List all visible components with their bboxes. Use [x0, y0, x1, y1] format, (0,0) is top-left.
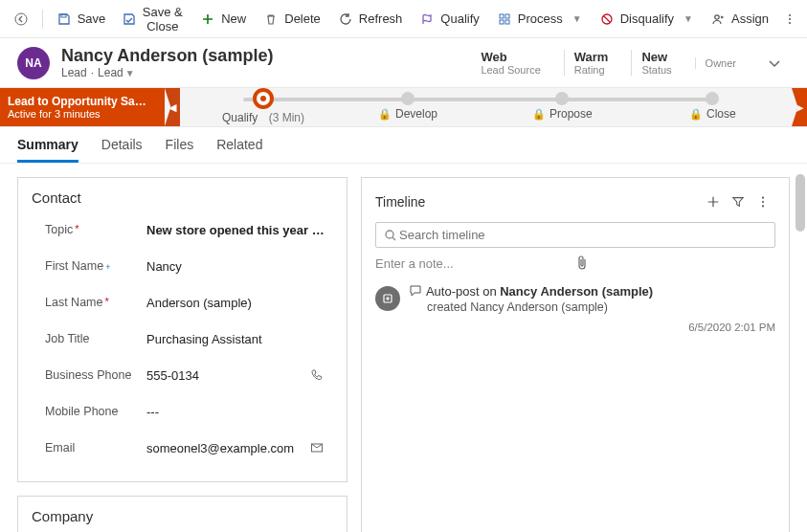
refresh-label: Refresh	[359, 11, 403, 26]
field-firstname[interactable]: First Name+ Nancy	[32, 248, 333, 284]
timeline-item-subtitle: created Nancy Anderson (sample)	[410, 300, 775, 314]
svg-point-8	[789, 14, 791, 16]
svg-point-10	[789, 22, 791, 24]
save-label: Save	[78, 11, 106, 26]
timeline-filter-button[interactable]	[726, 189, 751, 214]
overflow-button[interactable]	[778, 6, 801, 33]
lock-icon: 🔒	[378, 108, 392, 121]
save-button[interactable]: Save	[49, 6, 114, 33]
svg-rect-3	[505, 14, 509, 18]
stage-duration: (3 Min)	[269, 111, 304, 124]
field-value: someonel3@example.com	[146, 441, 310, 455]
post-icon	[410, 285, 423, 297]
disqualify-button[interactable]: Disqualify▼	[592, 6, 701, 33]
header-field-status[interactable]: NewStatus	[631, 50, 681, 76]
stage-label: Qualify	[222, 111, 258, 124]
bpf-stage-qualify[interactable]: Qualify (3 Min)	[222, 88, 304, 126]
disqualify-icon	[599, 11, 615, 27]
bpf-name: Lead to Opportunity Sale...	[8, 95, 147, 108]
dot-separator: ·	[91, 66, 94, 79]
timeline-note-entry[interactable]: Enter a note...	[375, 255, 775, 271]
save-close-button[interactable]: Save & Close	[115, 0, 191, 39]
bpf-stage-develop[interactable]: 🔒Develop	[378, 88, 437, 126]
header-field-value: Warm	[574, 50, 609, 64]
header-field-rating[interactable]: WarmRating	[564, 50, 618, 76]
timeline-item[interactable]: Auto-post on Nancy Anderson (sample) cre…	[375, 284, 775, 333]
qualify-button[interactable]: Qualify	[412, 6, 486, 33]
new-button[interactable]: New	[192, 6, 254, 33]
field-lastname[interactable]: Last Name* Anderson (sample)	[32, 284, 333, 321]
separator	[42, 10, 43, 29]
command-bar: Save Save & Close New Delete Refresh Qua…	[0, 0, 807, 38]
field-value: New store opened this year - f...	[146, 223, 333, 237]
autopost-icon	[375, 286, 400, 311]
email-icon[interactable]	[310, 441, 333, 454]
field-label: Topic	[45, 223, 73, 236]
header-field-label: Status	[641, 64, 671, 76]
svg-point-7	[715, 14, 719, 18]
field-jobtitle[interactable]: Job Title Purchasing Assistant	[32, 321, 333, 357]
field-businessphone[interactable]: Business Phone 555-0134	[32, 357, 333, 393]
tab-files[interactable]: Files	[166, 137, 194, 163]
field-label: Email	[45, 441, 75, 454]
qualify-icon	[419, 11, 435, 27]
field-label: First Name	[45, 259, 103, 273]
header-field-owner[interactable]: Owner	[695, 57, 746, 69]
back-button[interactable]	[6, 6, 36, 33]
lock-icon: 🔒	[689, 108, 703, 121]
plus-icon	[200, 11, 215, 27]
tab-summary[interactable]: Summary	[17, 137, 78, 163]
timeline-more-button[interactable]	[751, 189, 775, 214]
stage-label: Propose	[549, 107, 593, 121]
header-field-label: Rating	[574, 64, 609, 76]
chevron-down-icon: ▼	[125, 68, 135, 78]
timeline-search[interactable]	[375, 222, 775, 248]
tab-related[interactable]: Related	[216, 137, 262, 163]
assign-button[interactable]: Assign	[703, 6, 776, 33]
section-title: Contact	[32, 189, 333, 206]
svg-point-14	[762, 205, 764, 207]
stage-dot	[401, 92, 415, 105]
form-tabs: Summary Details Files Related	[0, 127, 807, 164]
field-value: Purchasing Assistant	[146, 332, 333, 346]
timeline-search-input[interactable]	[397, 227, 767, 243]
field-mobilephone[interactable]: Mobile Phone ---	[32, 393, 333, 430]
scrollbar-thumb[interactable]	[796, 174, 805, 232]
tab-details[interactable]: Details	[101, 137, 143, 163]
header-field-value: New	[641, 50, 671, 64]
refresh-button[interactable]: Refresh	[330, 6, 411, 33]
timeline-add-button[interactable]	[701, 189, 726, 214]
section-title: Company	[32, 508, 333, 524]
required-indicator: *	[75, 223, 78, 234]
entity-label: Lead	[61, 66, 87, 79]
field-email[interactable]: Email someonel3@example.com	[32, 430, 333, 466]
stage-dot	[706, 92, 719, 105]
record-subtitle: Lead · Lead▼	[61, 66, 460, 79]
save-close-label: Save & Close	[142, 5, 183, 33]
form-selector[interactable]: Lead▼	[98, 66, 135, 79]
svg-rect-4	[500, 20, 504, 24]
avatar: NA	[17, 47, 50, 79]
bpf-flag[interactable]: Lead to Opportunity Sale... Active for 3…	[0, 88, 165, 126]
stage-dot	[555, 92, 569, 105]
header-field-leadsource[interactable]: WebLead Source	[471, 50, 549, 76]
delete-button[interactable]: Delete	[256, 6, 328, 33]
note-placeholder: Enter a note...	[375, 256, 575, 271]
phone-icon[interactable]	[310, 368, 333, 382]
bpf-stage-close[interactable]: 🔒Close	[689, 88, 736, 126]
field-label: Business Phone	[45, 368, 131, 382]
bpf-duration: Active for 3 minutes	[8, 108, 147, 120]
bpf-next-button[interactable]: ▶	[792, 88, 807, 126]
timeline-item-time: 6/5/2020 2:01 PM	[410, 321, 775, 333]
header-fields: WebLead Source WarmRating NewStatus Owne…	[471, 50, 790, 76]
header-expand-button[interactable]	[759, 52, 790, 75]
bpf-prev-button[interactable]: ◀	[165, 88, 180, 126]
process-button[interactable]: Process▼	[489, 6, 590, 33]
lock-icon: 🔒	[532, 108, 546, 121]
attachment-icon[interactable]	[575, 255, 775, 271]
stage-dot-active	[253, 88, 274, 109]
field-topic[interactable]: Topic* New store opened this year - f...	[32, 211, 333, 248]
timeline-title: Timeline	[375, 194, 701, 210]
bpf-stage-propose[interactable]: 🔒Propose	[532, 88, 593, 126]
save-close-icon	[123, 11, 136, 27]
